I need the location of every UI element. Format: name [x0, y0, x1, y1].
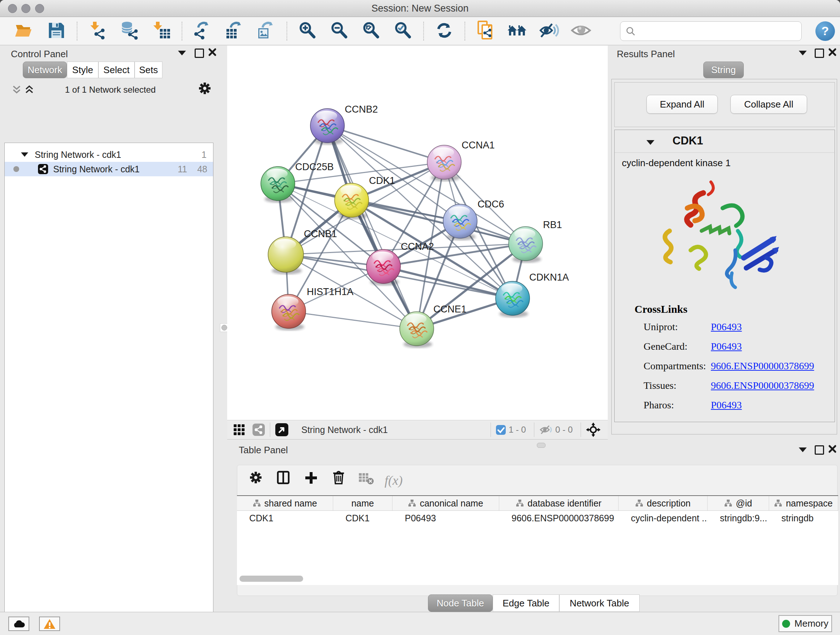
show-columns-button[interactable] [275, 470, 293, 486]
network-node-RB1[interactable] [508, 226, 543, 263]
tab-network[interactable]: Network [23, 62, 67, 78]
warnings-button[interactable] [39, 616, 60, 631]
column-header-shared-name[interactable]: shared name [237, 496, 333, 510]
network-node-CDC25B[interactable] [261, 166, 295, 203]
node-label-CDKN1A: CDKN1A [529, 272, 569, 283]
tab-style[interactable]: Style [67, 62, 98, 78]
search-input[interactable] [639, 26, 801, 36]
network-edge-CCNB2-CCNE1[interactable] [327, 126, 417, 329]
table-horizontal-scrollbar[interactable] [240, 576, 303, 582]
close-panel-icon[interactable] [828, 444, 837, 455]
import-network-from-file-button[interactable] [82, 19, 114, 43]
help-button[interactable]: ? [815, 21, 835, 41]
hidden-count: 0 - 0 [555, 424, 573, 435]
node-label-CDC25B: CDC25B [295, 162, 334, 172]
panel-menu-icon[interactable] [178, 51, 186, 55]
window-title: Session: New Session [0, 3, 840, 14]
cloud-button[interactable] [8, 616, 29, 631]
close-panel-icon[interactable] [828, 48, 837, 58]
network-collection-row[interactable]: String Network - cdk1 1 [5, 147, 213, 162]
zoom-in-button[interactable] [292, 19, 324, 43]
table-row[interactable]: CDK1CDK1P064939606.ENSP00000378699cyclin… [237, 511, 838, 525]
network-row[interactable]: String Network - cdk1 11 48 [5, 162, 213, 176]
titlebar: Session: New Session [0, 0, 840, 17]
apply-layout-button[interactable] [428, 19, 460, 43]
float-panel-icon[interactable] [815, 49, 824, 58]
network-edge-HIST1H1A-CCNE1[interactable] [289, 311, 417, 329]
float-panel-icon[interactable] [815, 445, 824, 455]
zoom-selected-button[interactable] [387, 19, 419, 43]
table-settings-button[interactable] [247, 470, 265, 486]
panel-menu-icon[interactable] [799, 448, 807, 452]
eye-icon [570, 22, 592, 40]
network-edge-count: 48 [197, 164, 207, 174]
grid-view-icon[interactable] [234, 424, 245, 435]
tab-string[interactable]: String [703, 62, 744, 78]
column-header-database-identifier[interactable]: database identifier [499, 496, 619, 510]
network-node-CCNB1[interactable] [268, 237, 303, 274]
string-results-container: Expand All Collapse All CDK1 cyclin-depe… [611, 79, 837, 434]
crosslink-value-link[interactable]: P06493 [711, 321, 742, 333]
crosslink-value-link[interactable]: P06493 [711, 399, 742, 411]
first-neighbors-button[interactable] [501, 19, 533, 43]
import-network-icon [88, 21, 107, 41]
close-panel-icon[interactable] [208, 48, 217, 58]
open-session-button[interactable] [9, 19, 41, 43]
float-panel-icon[interactable] [195, 49, 204, 58]
memory-button[interactable]: Memory [778, 615, 832, 632]
control-panel-title: Control Panel [11, 49, 68, 60]
tab-node-table[interactable]: Node Table [428, 594, 493, 612]
network-node-CCNA1[interactable] [427, 145, 461, 181]
tab-edge-table[interactable]: Edge Table [493, 594, 559, 612]
expand-all-button[interactable]: Expand All [646, 95, 718, 114]
share-view-icon[interactable] [253, 424, 265, 436]
control-panel: Control Panel Network Style Select Sets … [0, 46, 227, 612]
network-node-CCNE1[interactable] [400, 312, 434, 348]
collection-expander-icon[interactable] [21, 152, 28, 157]
zoom-out-button[interactable] [324, 19, 355, 43]
crosslink-value-link[interactable]: 9606.ENSP00000378699 [711, 360, 814, 372]
selected-checkbox-icon[interactable] [496, 425, 506, 435]
network-canvas[interactable]: CCNB2 CCNA1 CDC25B CDK1 [227, 46, 608, 420]
column-header-namespace[interactable]: namespace [769, 496, 838, 510]
tab-network-table[interactable]: Network Table [559, 594, 639, 612]
show-all-button[interactable] [565, 19, 597, 43]
search-box[interactable] [620, 21, 802, 41]
network-node-CDC6[interactable] [443, 204, 477, 241]
collapse-all-button[interactable]: Collapse All [730, 95, 807, 114]
expand-all-networks-icon[interactable] [25, 84, 34, 96]
crosslink-value-link[interactable]: 9606.ENSP00000378699 [711, 380, 814, 391]
export-image-button[interactable] [250, 19, 282, 43]
export-table-button[interactable] [218, 19, 250, 43]
import-network-from-database-button[interactable] [114, 19, 145, 43]
network-node-CDKN1A[interactable] [496, 281, 530, 318]
network-edge-CCNA2-CDKN1A[interactable] [384, 266, 513, 298]
column-tree-icon [774, 499, 782, 507]
birds-eye-view-icon[interactable] [275, 423, 288, 436]
column-header--id[interactable]: @id [707, 496, 769, 510]
column-header-canonical-name[interactable]: canonical name [393, 496, 499, 510]
clone-network-button[interactable] [470, 19, 501, 43]
zoom-fit-button[interactable] [355, 19, 387, 43]
table-cell: stringdb [769, 513, 838, 524]
tab-select[interactable]: Select [98, 62, 134, 78]
column-header-name[interactable]: name [333, 496, 393, 510]
column-header-description[interactable]: description [619, 496, 707, 510]
crosslink-value-link[interactable]: P06493 [711, 340, 742, 352]
create-column-button[interactable] [302, 470, 320, 486]
save-session-button[interactable] [41, 19, 73, 43]
export-network-button[interactable] [187, 19, 218, 43]
tab-sets[interactable]: Sets [134, 62, 163, 78]
panel-menu-icon[interactable] [799, 51, 807, 55]
network-node-CCNA2[interactable] [366, 249, 401, 286]
delete-column-button[interactable] [330, 469, 347, 486]
collapse-all-networks-icon[interactable] [12, 84, 21, 96]
hide-selected-button[interactable] [533, 19, 565, 43]
network-node-HIST1H1A[interactable] [272, 295, 306, 331]
network-edge-CCNB2-CCNA1[interactable] [327, 126, 444, 162]
network-options-gear-icon[interactable] [198, 82, 212, 97]
import-table-from-file-button[interactable] [145, 19, 177, 43]
fit-content-crosshair-icon[interactable] [586, 423, 600, 437]
entry-expander-icon[interactable] [646, 140, 654, 145]
table-header-row: shared namenamecanonical namedatabase id… [237, 496, 838, 511]
